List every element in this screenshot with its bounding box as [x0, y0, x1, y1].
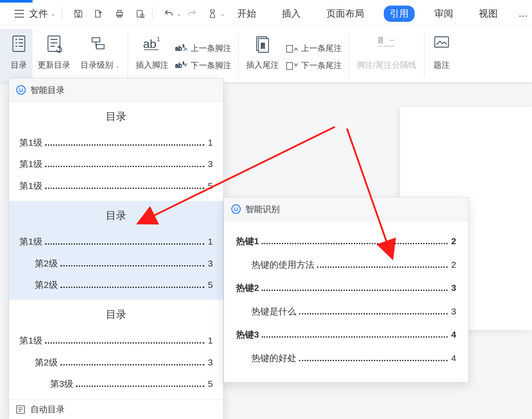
- toc-line: 第2级3: [19, 352, 213, 373]
- export-icon[interactable]: [91, 6, 107, 21]
- toc-level-icon: [90, 30, 111, 58]
- next-endnote-icon: [286, 61, 298, 70]
- file-menu[interactable]: 文件: [29, 7, 48, 20]
- ribbon-prev-footnote[interactable]: ab1 上一条脚注: [175, 43, 231, 54]
- preview-icon[interactable]: [132, 6, 148, 21]
- leader-dots: [60, 364, 205, 365]
- toc-line-label: 第2级: [19, 253, 58, 274]
- tab-review[interactable]: 审阅: [428, 6, 459, 22]
- svg-text:1: 1: [182, 61, 185, 65]
- toc-template-option[interactable]: 目录第1级1第2级3第3级5: [9, 300, 223, 399]
- toc-line: 热键34: [236, 323, 456, 347]
- toc-line-page: 5: [206, 274, 213, 296]
- tab-reference[interactable]: 引用: [384, 6, 415, 22]
- toc-line-page: 1: [206, 231, 213, 252]
- toc-line: 热键的使用方法2: [236, 253, 456, 277]
- leader-dots: [317, 266, 448, 268]
- leader-dots: [45, 144, 205, 146]
- format-brush-icon[interactable]: [205, 6, 220, 21]
- tab-insert[interactable]: 插入: [276, 6, 307, 22]
- print-icon[interactable]: [112, 6, 127, 21]
- undo-icon[interactable]: [161, 6, 176, 21]
- ribbon: 目录 更新目录 目录级别 ⌄ ab1 插入脚注 ab1 上一条脚注 ab1: [0, 25, 532, 83]
- insert-footnote-icon: ab1: [141, 30, 163, 58]
- toc-template-option[interactable]: 目录第1级1第1级3第1级5: [9, 102, 223, 201]
- toc-line: 热键的好处4: [236, 347, 456, 370]
- toc-line-label: 第1级: [19, 153, 42, 175]
- tab-more[interactable]: …: [517, 6, 529, 21]
- toc-line-label: 第1级: [19, 175, 42, 197]
- toc-line-label: 第1级: [19, 330, 42, 351]
- sep-line-icon: [i]: [376, 30, 397, 58]
- next-footnote-icon: ab1: [175, 61, 187, 70]
- ribbon-toc-level[interactable]: 目录级别 ⌄: [75, 29, 125, 82]
- leader-dots: [299, 313, 448, 314]
- leader-dots: [262, 290, 448, 291]
- toc-line-page: 3: [206, 153, 213, 175]
- toc-line: 第1级3: [19, 153, 213, 175]
- prev-footnote-icon: ab1: [175, 44, 187, 53]
- toc-line: 第1级1: [19, 231, 213, 252]
- toc-line-page: 3: [449, 276, 456, 300]
- toc-line-page: 2: [449, 253, 456, 277]
- auto-toc-label: 自动目录: [30, 404, 65, 415]
- chevron-down-icon: ⌄: [51, 10, 56, 17]
- svg-text:[i]: [i]: [378, 36, 383, 43]
- ribbon-caption[interactable]: 题注: [427, 29, 453, 82]
- svg-rect-7: [13, 36, 25, 51]
- svg-rect-23: [435, 37, 448, 47]
- caption-icon: [432, 30, 451, 58]
- toc-line-label: 第2级: [19, 352, 58, 373]
- svg-rect-9: [92, 38, 100, 42]
- save-icon[interactable]: [71, 6, 86, 21]
- svg-rect-4: [137, 10, 142, 17]
- toc-line-label: 热键1: [236, 230, 259, 253]
- ribbon-next-endnote[interactable]: 下一条尾注: [286, 60, 342, 71]
- smart-toc-icon: [16, 85, 26, 95]
- tab-start[interactable]: 开始: [231, 6, 262, 22]
- toc-line-page: 3: [449, 300, 456, 323]
- ribbon-separator-line: [i] 脚注/尾注分隔线: [352, 29, 421, 82]
- toc-line-page: 1: [206, 132, 213, 153]
- toc-line: 热键12: [236, 230, 456, 253]
- svg-point-26: [22, 89, 23, 90]
- toc-line-page: 4: [449, 347, 456, 370]
- ribbon-insert-footnote[interactable]: ab1 插入脚注: [131, 29, 173, 82]
- toc-heading: 目录: [19, 110, 213, 123]
- ribbon-tabs: 开始 插入 页面布局 引用 审阅 视图 …: [231, 3, 532, 25]
- tab-view[interactable]: 视图: [473, 6, 504, 22]
- toc-line: 第3级5: [19, 373, 213, 395]
- svg-point-29: [234, 208, 236, 209]
- ribbon-toc[interactable]: 目录: [0, 29, 33, 82]
- tab-pagelayout[interactable]: 页面布局: [320, 6, 370, 22]
- svg-text:ab: ab: [175, 45, 182, 52]
- redo-icon[interactable]: [184, 6, 200, 21]
- update-toc-icon: [45, 30, 63, 58]
- toc-heading: 目录: [19, 209, 213, 222]
- toc-line-label: 热键的使用方法: [236, 253, 314, 277]
- undo-dropdown-icon[interactable]: ⌄: [176, 10, 182, 17]
- format-dropdown-icon[interactable]: ⌄: [220, 10, 225, 17]
- leader-dots: [45, 166, 205, 167]
- toc-line: 第2级3: [19, 253, 213, 274]
- toc-line-label: 第3级: [19, 373, 73, 395]
- toc-template-option[interactable]: 目录第1级1第2级3第2级5: [9, 201, 223, 300]
- svg-rect-20: [287, 45, 293, 52]
- ribbon-next-footnote[interactable]: ab1 下一条脚注: [175, 60, 231, 71]
- svg-text:1: 1: [157, 36, 160, 42]
- leader-dots: [60, 265, 205, 266]
- toc-heading: 目录: [19, 308, 213, 321]
- toc-line-page: 5: [206, 373, 213, 395]
- svg-point-25: [19, 89, 21, 90]
- smart-recognition-popout: 智能识别 热键12热键的使用方法2热键23热键是什么3热键34热键的好处4: [224, 197, 469, 383]
- toc-line: 热键23: [236, 276, 456, 300]
- leader-dots: [45, 243, 205, 245]
- svg-text:ab: ab: [175, 62, 182, 69]
- toc-line-page: 3: [206, 352, 213, 373]
- menu-icon[interactable]: [13, 7, 26, 20]
- ribbon-insert-endnote[interactable]: [i] 插入尾注: [241, 29, 284, 82]
- ribbon-prev-endnote[interactable]: 上一条尾注: [286, 43, 342, 54]
- leader-dots: [45, 188, 205, 189]
- ribbon-update-toc[interactable]: 更新目录: [33, 29, 75, 82]
- auto-toc-row[interactable]: 自动目录: [9, 399, 223, 419]
